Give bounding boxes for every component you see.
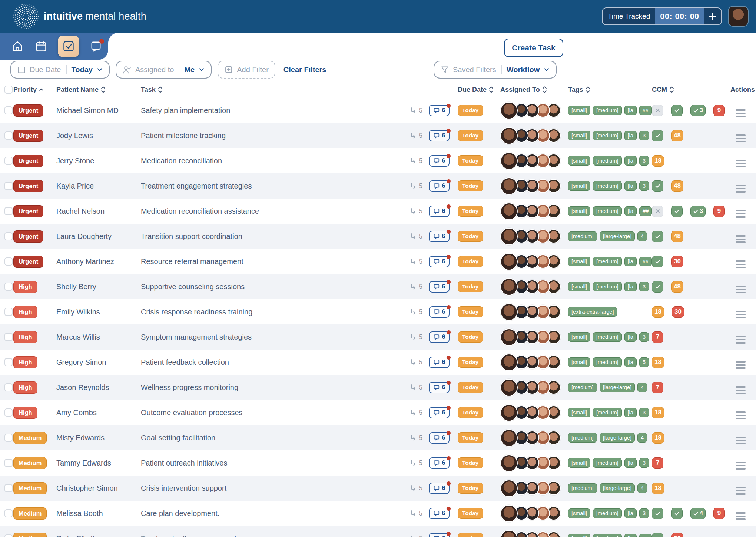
assignee-avatar[interactable] <box>500 203 518 220</box>
assignee-avatars[interactable] <box>500 228 568 245</box>
assignee-avatar[interactable] <box>500 152 518 170</box>
assignee-avatars[interactable] <box>500 303 568 321</box>
row-checkbox[interactable] <box>4 509 13 517</box>
task-title[interactable]: Treatment adherence reminders <box>141 534 410 537</box>
row-actions-menu[interactable] <box>736 160 746 167</box>
column-header-task[interactable]: Task <box>141 86 410 94</box>
assignee-avatar[interactable] <box>500 228 518 245</box>
select-all-checkbox[interactable] <box>4 86 13 94</box>
time-tracker-add-button[interactable] <box>704 8 721 24</box>
comments-badge[interactable]: 6 <box>429 331 450 343</box>
assignee-avatars[interactable] <box>500 278 568 296</box>
assignee-avatars[interactable] <box>500 354 568 371</box>
clear-filters-link[interactable]: Clear Filters <box>284 66 326 74</box>
row-actions-menu[interactable] <box>736 185 746 193</box>
patient-name[interactable]: Christopher Simon <box>56 484 141 493</box>
row-actions-menu[interactable] <box>736 512 746 520</box>
assignee-avatar[interactable] <box>500 354 518 371</box>
task-title[interactable]: Symptom management strategies <box>141 333 410 341</box>
row-checkbox[interactable] <box>4 283 13 291</box>
assignee-avatars[interactable] <box>500 530 568 537</box>
comments-badge[interactable]: 6 <box>429 155 450 167</box>
patient-name[interactable]: Marcus Willis <box>56 333 141 341</box>
row-actions-menu[interactable] <box>736 260 746 268</box>
assignee-avatar[interactable] <box>500 127 518 144</box>
nav-tasks[interactable] <box>58 36 79 57</box>
row-actions-menu[interactable] <box>736 109 746 117</box>
patient-name[interactable]: Michael Simon MD <box>56 106 141 115</box>
assignee-avatars[interactable] <box>500 177 568 195</box>
comments-badge[interactable]: 6 <box>429 533 450 537</box>
assignee-avatars[interactable] <box>500 102 568 119</box>
comments-badge[interactable]: 6 <box>429 457 450 469</box>
row-checkbox[interactable] <box>4 383 13 391</box>
assignee-avatar[interactable] <box>500 303 518 321</box>
task-title[interactable]: Patient milestone tracking <box>141 131 410 140</box>
comments-badge[interactable]: 6 <box>429 508 450 519</box>
task-title[interactable]: Crisis intervention support <box>141 484 410 493</box>
patient-name[interactable]: Melissa Booth <box>56 509 141 518</box>
assignee-avatars[interactable] <box>500 429 568 447</box>
comments-badge[interactable]: 6 <box>429 306 450 318</box>
patient-name[interactable]: Rachel Nelson <box>56 207 141 216</box>
assignee-avatars[interactable] <box>500 480 568 497</box>
assignee-avatar[interactable] <box>500 253 518 270</box>
task-title[interactable]: Medication reconciliation <box>141 157 410 165</box>
assignee-avatar[interactable] <box>500 429 518 447</box>
patient-name[interactable]: Laura Dougherty <box>56 232 141 241</box>
row-actions-menu[interactable] <box>736 411 746 419</box>
column-header-tags[interactable]: Tags <box>568 86 652 94</box>
comments-badge[interactable]: 6 <box>429 407 450 418</box>
row-checkbox[interactable] <box>4 333 13 341</box>
row-checkbox[interactable] <box>4 534 13 537</box>
assignee-avatar[interactable] <box>500 404 518 421</box>
assignee-avatar[interactable] <box>500 505 518 522</box>
patient-name[interactable]: Amy Combs <box>56 408 141 417</box>
row-actions-menu[interactable] <box>736 134 746 142</box>
assignee-avatars[interactable] <box>500 253 568 270</box>
row-checkbox[interactable] <box>4 408 13 417</box>
patient-name[interactable]: Misty Edwards <box>56 434 141 442</box>
comments-badge[interactable]: 6 <box>429 357 450 368</box>
comments-badge[interactable]: 6 <box>429 483 450 494</box>
assignee-avatar[interactable] <box>500 454 518 472</box>
task-title[interactable]: Treatment engagement strategies <box>141 182 410 190</box>
assignee-avatars[interactable] <box>500 505 568 522</box>
row-actions-menu[interactable] <box>736 286 746 293</box>
row-actions-menu[interactable] <box>736 361 746 369</box>
comments-badge[interactable]: 6 <box>429 206 450 217</box>
row-checkbox[interactable] <box>4 484 13 492</box>
column-header-assigned-to[interactable]: Assigned To <box>500 86 568 94</box>
assignee-avatar[interactable] <box>500 278 518 296</box>
assignee-avatar[interactable] <box>500 480 518 497</box>
row-actions-menu[interactable] <box>736 437 746 444</box>
nav-messages[interactable] <box>89 39 103 53</box>
row-actions-menu[interactable] <box>736 487 746 495</box>
filter-due-date[interactable]: Due Date Today <box>10 61 110 79</box>
patient-name[interactable]: Kayla Price <box>56 182 141 190</box>
patient-name[interactable]: Ricky Elliott <box>56 534 141 537</box>
comments-badge[interactable]: 6 <box>429 180 450 192</box>
user-avatar[interactable] <box>729 7 748 26</box>
comments-badge[interactable]: 6 <box>429 382 450 393</box>
comments-badge[interactable]: 6 <box>429 281 450 293</box>
task-title[interactable]: Supportive counseling sessions <box>141 283 410 291</box>
assignee-avatar[interactable] <box>500 328 518 346</box>
column-header-due-date[interactable]: Due Date <box>458 86 500 94</box>
comments-badge[interactable]: 6 <box>429 130 450 141</box>
assignee-avatar[interactable] <box>500 177 518 195</box>
row-actions-menu[interactable] <box>736 386 746 394</box>
assignee-avatars[interactable] <box>500 379 568 396</box>
column-header-priority[interactable]: Priority <box>13 86 56 94</box>
assignee-avatars[interactable] <box>500 127 568 144</box>
patient-name[interactable]: Gregory Simon <box>56 358 141 367</box>
patient-name[interactable]: Shelly Berry <box>56 283 141 291</box>
column-header-patient-name[interactable]: Patient Name <box>56 86 141 94</box>
patient-name[interactable]: Emily Wilkins <box>56 308 141 316</box>
task-title[interactable]: Wellness progress monitoring <box>141 383 410 392</box>
row-checkbox[interactable] <box>4 232 13 240</box>
nav-home[interactable] <box>10 39 24 53</box>
add-filter-button[interactable]: Add Filter <box>218 61 275 79</box>
assignee-avatars[interactable] <box>500 404 568 421</box>
assignee-avatars[interactable] <box>500 454 568 472</box>
